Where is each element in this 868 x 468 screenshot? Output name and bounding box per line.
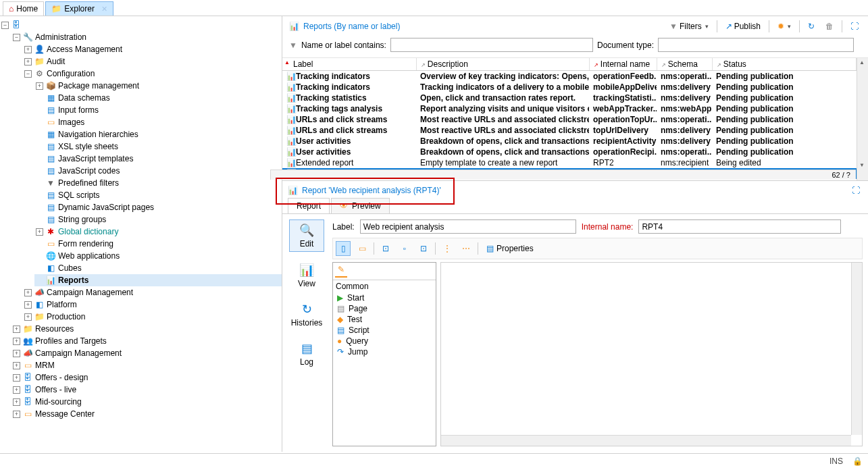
col-schema[interactable]: ↗ Schema [657, 58, 712, 71]
palette-script[interactable]: ▤Script [333, 325, 436, 336]
col-desc[interactable]: ↗ Description [416, 58, 589, 71]
v-scrollbar[interactable] [851, 263, 862, 435]
palette-jump[interactable]: ↷Jump [333, 346, 436, 357]
expand-icon[interactable]: + [13, 362, 20, 369]
table-row[interactable]: 📊Extended reportEmpty template to create… [282, 157, 857, 168]
tree-administration[interactable]: −🔧Administration [11, 31, 282, 43]
table-row[interactable]: 📊URLs and click streamsMost reactive URL… [282, 125, 857, 136]
table-row[interactable]: 📊URLs and click streamsMost reactive URL… [282, 114, 857, 125]
tree-access-mgmt[interactable]: +👤Access Management [23, 43, 282, 55]
tab-home[interactable]: ⌂ Home [3, 1, 44, 16]
tree-mid-sourcing[interactable]: +🗄Mid-sourcing [11, 396, 282, 408]
h-scrollbar[interactable] [441, 435, 851, 446]
palette-query[interactable]: ●Query [333, 336, 436, 346]
tool-histories[interactable]: ↻Histories [289, 299, 324, 330]
table-row[interactable]: 📊Tracking tags analysisReport analyzing … [282, 103, 857, 114]
table-row[interactable]: 📊User activitiesBreakdown of opens, clic… [282, 136, 857, 147]
tree-profiles-targets[interactable]: +👥Profiles and Targets [11, 335, 282, 347]
tree-sql-scripts[interactable]: ▤SQL scripts [34, 189, 282, 201]
expand-button[interactable]: ⛶ [848, 20, 861, 32]
name-filter-input[interactable] [390, 38, 593, 52]
tree-production[interactable]: +📁Production [23, 311, 282, 323]
collapse-icon[interactable]: − [13, 34, 20, 41]
expand-icon[interactable]: + [13, 398, 20, 406]
col-status[interactable]: ↗ Status [712, 58, 857, 71]
expand-icon[interactable]: ⛶ [852, 186, 860, 195]
table-row[interactable]: 📊User activitiesBreakdown of opens, clic… [282, 147, 857, 157]
align-2-button[interactable]: ▫ [397, 241, 412, 256]
table-row[interactable]: 📊Tracking indicatorsOverview of key trac… [282, 71, 857, 82]
tree-images[interactable]: ▭Images [34, 116, 282, 128]
layout-2-button[interactable]: ▭ [355, 241, 369, 256]
expand-icon[interactable]: + [13, 374, 20, 382]
tree-mrm[interactable]: +▭MRM [11, 359, 282, 371]
palette-start[interactable]: ▶Start [333, 292, 436, 303]
tree-package-mgmt[interactable]: +📦Package management [34, 80, 282, 92]
tree-cubes[interactable]: ◧Cubes [34, 262, 282, 274]
workflow-canvas[interactable] [440, 262, 863, 446]
filters-button[interactable]: ▼Filters [667, 20, 711, 32]
tool-edit[interactable]: 🔍Edit [289, 219, 324, 252]
tree-xsl[interactable]: ▤XSL style sheets [34, 140, 282, 153]
table-row[interactable]: 📊Tracking statisticsOpen, click and tran… [282, 93, 857, 103]
tree-root[interactable]: −🗄 [0, 19, 282, 31]
expand-icon[interactable]: + [13, 411, 20, 418]
col-internal[interactable]: ↗ Internal name [589, 58, 657, 71]
expand-icon[interactable]: + [13, 386, 20, 394]
tree-web-apps[interactable]: 🌐Web applications [34, 250, 282, 262]
expand-icon[interactable]: + [24, 58, 32, 66]
more-2-button[interactable]: ⋯ [459, 241, 474, 256]
publish-button[interactable]: ↗Publish [723, 20, 763, 32]
tree-global-dict[interactable]: +✱Global dictionary [34, 226, 282, 238]
collapse-icon[interactable]: − [24, 70, 32, 78]
tree-platform[interactable]: +◧Platform [23, 298, 282, 311]
tree-resources[interactable]: +📁Resources [11, 323, 282, 335]
tree-string-groups[interactable]: ▤String groups [34, 213, 282, 226]
grid-scrollbar[interactable] [857, 58, 868, 180]
expand-icon[interactable]: + [24, 289, 32, 296]
expand-icon[interactable]: + [36, 228, 43, 236]
align-1-button[interactable]: ⊡ [378, 241, 393, 256]
align-3-button[interactable]: ⊡ [416, 241, 431, 256]
expand-icon[interactable]: + [36, 82, 43, 90]
delete-button[interactable]: 🗑 [823, 20, 836, 32]
tree-configuration[interactable]: −⚙Configuration [23, 68, 282, 80]
refresh-button[interactable]: ↻ [805, 20, 817, 32]
tree-campaign-mgmt[interactable]: +📣Campaign Management [23, 286, 282, 298]
tree-form-rendering[interactable]: ▭Form rendering [34, 238, 282, 250]
palette-tab[interactable]: ✎ [333, 263, 436, 280]
tree-predef-filters[interactable]: ▼Predefined filters [34, 177, 282, 189]
expand-icon[interactable]: + [24, 46, 32, 53]
more-1-button[interactable]: ⋮ [440, 241, 455, 256]
new-button[interactable]: ✹ [775, 20, 794, 32]
layout-1-button[interactable]: ▯ [336, 241, 351, 256]
tab-explorer[interactable]: 📁 Explorer ✕ [45, 1, 113, 16]
tree-offers-live[interactable]: +🗄Offers - live [11, 384, 282, 396]
expand-icon[interactable]: + [13, 350, 20, 357]
tree-audit[interactable]: +📁Audit [23, 55, 282, 68]
doctype-input[interactable] [658, 38, 854, 52]
tool-log[interactable]: ▤Log [289, 338, 324, 369]
table-row[interactable]: 📊Tracking indicatorsTracking indicators … [282, 82, 857, 93]
tree-data-schemas[interactable]: ▦Data schemas [34, 92, 282, 104]
tree-offers-design[interactable]: +🗄Offers - design [11, 371, 282, 384]
properties-button[interactable]: ▤Properties [482, 241, 538, 256]
tree-js-codes[interactable]: ▤JavaScript codes [34, 165, 282, 177]
expand-icon[interactable]: + [24, 301, 32, 309]
tree-reports[interactable]: 📊Reports [34, 274, 282, 286]
tree-message-center[interactable]: +▭Message Center [11, 408, 282, 420]
tree-dyn-jsp[interactable]: ▤Dynamic JavaScript pages [34, 201, 282, 213]
tree-input-forms[interactable]: ▤Input forms [34, 104, 282, 116]
tree-nav-hier[interactable]: ▦Navigation hierarchies [34, 128, 282, 140]
internal-name-input[interactable] [638, 219, 841, 234]
tree-js-templates[interactable]: ▤JavaScript templates [34, 153, 282, 165]
subtab-preview[interactable]: 👁Preview [331, 198, 390, 213]
col-label[interactable]: ▲ Label [282, 58, 416, 71]
label-input[interactable] [360, 219, 576, 234]
expand-icon[interactable]: + [13, 338, 20, 345]
palette-test[interactable]: ◆Test [333, 314, 436, 325]
collapse-icon[interactable]: − [1, 22, 9, 29]
expand-icon[interactable]: + [24, 313, 32, 321]
tree-campaign-mgmt2[interactable]: +📣Campaign Management [11, 347, 282, 359]
tool-view[interactable]: 📊View [289, 260, 324, 291]
